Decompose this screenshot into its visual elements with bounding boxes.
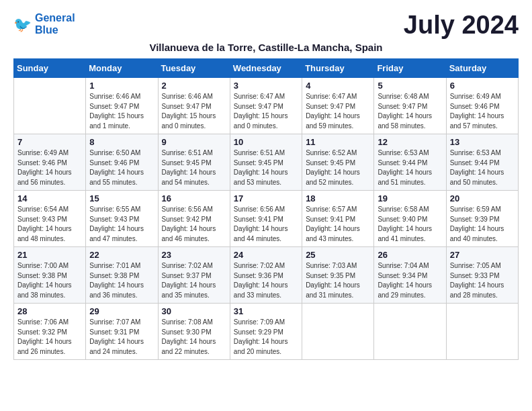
- day-info: Sunrise: 6:52 AM Sunset: 9:45 PM Dayligh…: [306, 148, 370, 187]
- day-number: 30: [162, 306, 226, 316]
- day-number: 9: [162, 137, 226, 147]
- table-row: 30Sunrise: 7:08 AM Sunset: 9:30 PM Dayli…: [158, 304, 230, 360]
- day-info: Sunrise: 7:05 AM Sunset: 9:33 PM Dayligh…: [450, 261, 515, 300]
- day-number: 15: [89, 193, 154, 203]
- day-number: 16: [162, 193, 226, 203]
- table-row: 3Sunrise: 6:47 AM Sunset: 9:47 PM Daylig…: [230, 78, 302, 134]
- table-row: 8Sunrise: 6:50 AM Sunset: 9:46 PM Daylig…: [86, 134, 158, 191]
- col-saturday: Saturday: [446, 59, 518, 78]
- table-row: 28Sunrise: 7:06 AM Sunset: 9:32 PM Dayli…: [14, 304, 86, 360]
- day-number: 12: [378, 137, 442, 147]
- day-number: 26: [378, 250, 442, 260]
- day-number: 17: [234, 193, 298, 203]
- table-row: 23Sunrise: 7:02 AM Sunset: 9:37 PM Dayli…: [158, 247, 230, 304]
- calendar-row: 1Sunrise: 6:46 AM Sunset: 9:47 PM Daylig…: [14, 78, 519, 134]
- table-row: 10Sunrise: 6:51 AM Sunset: 9:45 PM Dayli…: [230, 134, 302, 191]
- day-info: Sunrise: 6:56 AM Sunset: 9:42 PM Dayligh…: [162, 205, 226, 244]
- day-number: 8: [89, 137, 154, 147]
- day-info: Sunrise: 6:55 AM Sunset: 9:43 PM Dayligh…: [89, 205, 154, 244]
- day-number: 5: [378, 81, 442, 91]
- day-info: Sunrise: 6:58 AM Sunset: 9:40 PM Dayligh…: [378, 205, 442, 244]
- day-number: 3: [234, 81, 298, 91]
- table-row: [446, 304, 518, 360]
- table-row: 17Sunrise: 6:56 AM Sunset: 9:41 PM Dayli…: [230, 191, 302, 247]
- day-number: 14: [17, 193, 82, 203]
- day-info: Sunrise: 7:04 AM Sunset: 9:34 PM Dayligh…: [378, 261, 442, 300]
- day-number: 19: [378, 193, 442, 203]
- table-row: 25Sunrise: 7:03 AM Sunset: 9:35 PM Dayli…: [302, 247, 374, 304]
- col-monday: Monday: [86, 59, 158, 78]
- day-number: 7: [17, 137, 82, 147]
- day-number: 31: [234, 306, 298, 316]
- table-row: 18Sunrise: 6:57 AM Sunset: 9:41 PM Dayli…: [302, 191, 374, 247]
- day-number: 21: [17, 250, 82, 260]
- table-row: 2Sunrise: 6:46 AM Sunset: 9:47 PM Daylig…: [158, 78, 230, 134]
- calendar-row: 21Sunrise: 7:00 AM Sunset: 9:38 PM Dayli…: [14, 247, 519, 304]
- header: 🐦 General Blue July 2024: [13, 12, 519, 38]
- table-row: 26Sunrise: 7:04 AM Sunset: 9:34 PM Dayli…: [374, 247, 446, 304]
- table-row: 1Sunrise: 6:46 AM Sunset: 9:47 PM Daylig…: [86, 78, 158, 134]
- col-wednesday: Wednesday: [230, 59, 302, 78]
- day-info: Sunrise: 7:01 AM Sunset: 9:38 PM Dayligh…: [89, 261, 154, 300]
- table-row: 13Sunrise: 6:53 AM Sunset: 9:44 PM Dayli…: [446, 134, 518, 191]
- table-row: 9Sunrise: 6:51 AM Sunset: 9:45 PM Daylig…: [158, 134, 230, 191]
- day-number: 18: [306, 193, 370, 203]
- calendar-row: 7Sunrise: 6:49 AM Sunset: 9:46 PM Daylig…: [14, 134, 519, 191]
- col-tuesday: Tuesday: [158, 59, 230, 78]
- day-info: Sunrise: 6:46 AM Sunset: 9:47 PM Dayligh…: [89, 92, 154, 131]
- day-number: 11: [306, 137, 370, 147]
- table-row: 27Sunrise: 7:05 AM Sunset: 9:33 PM Dayli…: [446, 247, 518, 304]
- table-row: 6Sunrise: 6:49 AM Sunset: 9:46 PM Daylig…: [446, 78, 518, 134]
- day-info: Sunrise: 7:06 AM Sunset: 9:32 PM Dayligh…: [17, 318, 82, 357]
- day-info: Sunrise: 6:51 AM Sunset: 9:45 PM Dayligh…: [234, 148, 298, 187]
- table-row: 24Sunrise: 7:02 AM Sunset: 9:36 PM Dayli…: [230, 247, 302, 304]
- day-info: Sunrise: 7:02 AM Sunset: 9:36 PM Dayligh…: [234, 261, 298, 300]
- logo: 🐦 General Blue: [13, 12, 75, 36]
- day-info: Sunrise: 6:51 AM Sunset: 9:45 PM Dayligh…: [162, 148, 226, 187]
- day-info: Sunrise: 6:54 AM Sunset: 9:43 PM Dayligh…: [17, 205, 82, 244]
- col-thursday: Thursday: [302, 59, 374, 78]
- day-number: 24: [234, 250, 298, 260]
- day-info: Sunrise: 7:03 AM Sunset: 9:35 PM Dayligh…: [306, 261, 370, 300]
- day-number: 23: [162, 250, 226, 260]
- col-sunday: Sunday: [14, 59, 86, 78]
- table-row: 19Sunrise: 6:58 AM Sunset: 9:40 PM Dayli…: [374, 191, 446, 247]
- table-row: [302, 304, 374, 360]
- day-info: Sunrise: 7:08 AM Sunset: 9:30 PM Dayligh…: [162, 318, 226, 357]
- day-number: 27: [450, 250, 515, 260]
- day-number: 22: [89, 250, 154, 260]
- table-row: 16Sunrise: 6:56 AM Sunset: 9:42 PM Dayli…: [158, 191, 230, 247]
- table-row: 11Sunrise: 6:52 AM Sunset: 9:45 PM Dayli…: [302, 134, 374, 191]
- day-number: 13: [450, 137, 515, 147]
- day-info: Sunrise: 6:53 AM Sunset: 9:44 PM Dayligh…: [450, 148, 515, 187]
- calendar-table: Sunday Monday Tuesday Wednesday Thursday…: [13, 58, 519, 360]
- day-info: Sunrise: 7:00 AM Sunset: 9:38 PM Dayligh…: [17, 261, 82, 300]
- day-info: Sunrise: 7:02 AM Sunset: 9:37 PM Dayligh…: [162, 261, 226, 300]
- day-info: Sunrise: 6:47 AM Sunset: 9:47 PM Dayligh…: [306, 92, 370, 131]
- table-row: 12Sunrise: 6:53 AM Sunset: 9:44 PM Dayli…: [374, 134, 446, 191]
- day-number: 6: [450, 81, 515, 91]
- day-info: Sunrise: 6:47 AM Sunset: 9:47 PM Dayligh…: [234, 92, 298, 131]
- col-friday: Friday: [374, 59, 446, 78]
- day-number: 20: [450, 193, 515, 203]
- day-info: Sunrise: 6:59 AM Sunset: 9:39 PM Dayligh…: [450, 205, 515, 244]
- table-row: 21Sunrise: 7:00 AM Sunset: 9:38 PM Dayli…: [14, 247, 86, 304]
- table-row: [374, 304, 446, 360]
- table-row: 22Sunrise: 7:01 AM Sunset: 9:38 PM Dayli…: [86, 247, 158, 304]
- table-row: 20Sunrise: 6:59 AM Sunset: 9:39 PM Dayli…: [446, 191, 518, 247]
- table-row: 15Sunrise: 6:55 AM Sunset: 9:43 PM Dayli…: [86, 191, 158, 247]
- table-row: [14, 78, 86, 134]
- day-info: Sunrise: 6:56 AM Sunset: 9:41 PM Dayligh…: [234, 205, 298, 244]
- day-number: 10: [234, 137, 298, 147]
- day-number: 2: [162, 81, 226, 91]
- calendar-row: 14Sunrise: 6:54 AM Sunset: 9:43 PM Dayli…: [14, 191, 519, 247]
- svg-text:🐦: 🐦: [13, 15, 32, 33]
- page: 🐦 General Blue July 2024 Villanueva de l…: [0, 0, 532, 372]
- day-info: Sunrise: 7:07 AM Sunset: 9:31 PM Dayligh…: [89, 318, 154, 357]
- calendar-header-row: Sunday Monday Tuesday Wednesday Thursday…: [14, 59, 519, 78]
- day-number: 4: [306, 81, 370, 91]
- table-row: 29Sunrise: 7:07 AM Sunset: 9:31 PM Dayli…: [86, 304, 158, 360]
- day-info: Sunrise: 6:46 AM Sunset: 9:47 PM Dayligh…: [162, 92, 226, 131]
- logo-icon: 🐦: [13, 15, 32, 34]
- day-info: Sunrise: 6:53 AM Sunset: 9:44 PM Dayligh…: [378, 148, 442, 187]
